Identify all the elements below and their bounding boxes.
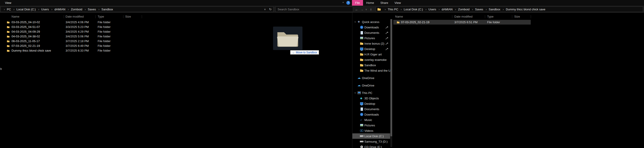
- back-button[interactable]: ←: [354, 7, 360, 11]
- ribbon-tabs: File Home Share View: [352, 0, 404, 6]
- file-type: File folder: [98, 39, 110, 43]
- breadcrumb-segment[interactable]: Local Disk (C:): [399, 8, 424, 11]
- file-row[interactable]: 03-03-2025_04-10-02 3/4/2025 4:06 PM Fil…: [0, 20, 352, 25]
- sidebar-item[interactable]: ∨ Music: [352, 117, 390, 123]
- breadcrumb-segment[interactable]: Users: [424, 8, 436, 11]
- column-header-type[interactable]: Type: [98, 15, 104, 18]
- ribbon-tab[interactable]: Share: [377, 0, 392, 6]
- column-divider[interactable]: [123, 15, 124, 18]
- column-header-type[interactable]: Type: [487, 15, 494, 18]
- sidebar-item[interactable]: ∨ Downloads: [352, 112, 390, 117]
- sidebar-item[interactable]: ∨ Desktop: [352, 46, 390, 52]
- sidebar-item[interactable]: ∨ Local Disk (C:): [352, 133, 390, 139]
- left-address-bar[interactable]: PCLocal Disk (C:)UsersdAMIANZomboidSaves…: [0, 6, 274, 12]
- help-icon[interactable]: ?: [346, 1, 350, 5]
- breadcrumb-segment[interactable]: Zomboid: [453, 8, 470, 11]
- sidebar-item[interactable]: ∨ 3D Objects: [352, 95, 390, 101]
- column-header-name[interactable]: Name: [12, 15, 20, 18]
- column-divider[interactable]: [512, 15, 512, 18]
- sidebar-item[interactable]: ∨ Downloads: [352, 25, 390, 30]
- disc-icon: [360, 145, 364, 148]
- breadcrumb-segment[interactable]: PC: [2, 8, 11, 11]
- sidebar-item-label: This PC: [362, 91, 372, 95]
- sidebar-item[interactable]: ∨ Irene bonus (2): [352, 41, 390, 46]
- sidebar-item[interactable]: ∨ OneDrive: [352, 75, 390, 81]
- breadcrumb-segment[interactable]: Saves: [83, 8, 96, 11]
- search-input[interactable]: Search Sandbox: [275, 6, 353, 12]
- download-icon: [360, 25, 364, 29]
- pc-icon: [358, 91, 361, 95]
- sidebar-item[interactable]: ∨ Samsung_T3 (D:): [352, 139, 390, 144]
- sidebar-scrollbar[interactable]: [390, 19, 392, 147]
- sidebar-item[interactable]: ∨ Documents: [352, 30, 390, 35]
- sidebar-item-label: 3D Objects: [364, 97, 379, 100]
- star-icon: [358, 20, 361, 24]
- sidebar-item[interactable]: ∨ Pictures: [352, 35, 390, 41]
- left-breadcrumb: PCLocal Disk (C:)UsersdAMIANZomboidSaves…: [1, 7, 262, 12]
- column-header-size[interactable]: Size: [514, 15, 520, 18]
- move-arrow-icon: →: [292, 51, 294, 54]
- sidebar-item[interactable]: ∨ This PC: [352, 90, 390, 95]
- breadcrumb-segment[interactable]: Saves: [470, 8, 484, 11]
- breadcrumb-segment[interactable]: Sandbox: [484, 8, 501, 11]
- sidebar-item-label: Documents: [364, 107, 379, 111]
- history-dropdown-icon[interactable]: ∨: [364, 8, 368, 10]
- column-header-name[interactable]: Name: [395, 15, 403, 18]
- file-row[interactable]: 07-03-2025_02-21-19 3/7/2025 6:51 PM Fil…: [393, 20, 531, 25]
- column-divider[interactable]: [142, 15, 142, 18]
- forward-button[interactable]: →: [360, 7, 364, 11]
- folder-icon: [360, 58, 364, 62]
- column-header-date[interactable]: Date modified: [454, 15, 472, 18]
- sidebar-item[interactable]: ∨ Videos: [352, 128, 390, 133]
- ribbon-tab[interactable]: Home: [363, 0, 377, 6]
- file-date-modified: 3/7/2025 6:33 PM: [66, 49, 89, 52]
- sidebar-item-label: Music: [364, 118, 372, 122]
- breadcrumb-segment[interactable]: Sandbox: [96, 8, 114, 11]
- sidebar-item[interactable]: ∨ OneDrive: [352, 83, 390, 88]
- sidebar-item[interactable]: ∨ Desktop: [352, 101, 390, 106]
- scrollbar-thumb[interactable]: [390, 19, 392, 136]
- breadcrumb-segment[interactable]: This PC: [383, 8, 399, 11]
- file-date-modified: 3/7/2025 6:51 PM: [454, 20, 478, 24]
- sidebar-item[interactable]: ∨ Documents: [352, 106, 390, 112]
- ribbon-collapse-icon[interactable]: ^: [340, 1, 346, 4]
- breadcrumb-segment[interactable]: Dummy thicc blond chick save: [501, 8, 546, 11]
- breadcrumb-segment[interactable]: dAMIAN: [436, 8, 453, 11]
- ribbon-tab[interactable]: View: [391, 0, 404, 6]
- sidebar-item-label: Irene bonus (2): [364, 42, 384, 45]
- column-divider[interactable]: [452, 15, 452, 18]
- column-header-date[interactable]: Date modified: [66, 15, 84, 18]
- right-file-list: 07-03-2025_02-21-19 3/7/2025 6:51 PM Fil…: [392, 20, 644, 25]
- sidebar-item[interactable]: ∨ overlay examoke: [352, 57, 390, 62]
- column-divider[interactable]: [64, 15, 64, 18]
- ribbon-tab[interactable]: File: [352, 0, 363, 6]
- chevron-down-icon[interactable]: ∨: [354, 92, 356, 94]
- sidebar-item[interactable]: ∨ Quick access: [352, 19, 390, 25]
- column-divider[interactable]: [485, 15, 485, 18]
- sidebar-item[interactable]: ∨ Pictures: [352, 123, 390, 128]
- chevron-down-icon[interactable]: ∨: [354, 21, 356, 23]
- right-address-bar[interactable]: This PCLocal Disk (C:)UsersdAMIANZomboid…: [376, 6, 643, 12]
- column-header-size[interactable]: Size: [125, 15, 131, 18]
- breadcrumb-segment[interactable]: dAMIAN: [49, 8, 66, 11]
- address-dropdown-icon[interactable]: ∨: [262, 8, 268, 11]
- file-type: File folder: [98, 25, 110, 29]
- up-button[interactable]: ↑: [368, 7, 374, 11]
- file-type: File folder: [98, 20, 110, 24]
- sidebar-item[interactable]: ∨ H.R Giger art: [352, 52, 390, 57]
- breadcrumb-segment[interactable]: Zomboid: [66, 8, 83, 11]
- file-name: 03-03-2025_04-51-07: [12, 25, 40, 29]
- breadcrumb-segment[interactable]: Users: [36, 8, 49, 11]
- search-placeholder: Search Sandbox: [278, 8, 299, 11]
- refresh-icon[interactable]: ↻: [268, 7, 273, 11]
- file-date-modified: 3/3/2025 5:23 PM: [66, 25, 89, 29]
- pin-icon: [386, 26, 388, 29]
- sidebar-item[interactable]: ∨ CD Drive (E:): [352, 144, 390, 148]
- sidebar-item[interactable]: ∨ Sandbox: [352, 62, 390, 68]
- stray-text: b: [0, 67, 2, 71]
- sidebar-item[interactable]: ∨ The Wind and the Umb: [352, 68, 390, 73]
- left-window-view-tab[interactable]: View: [5, 1, 11, 4]
- sidebar-item-label: The Wind and the Umb: [364, 69, 390, 72]
- breadcrumb-segment[interactable]: Local Disk (C:): [11, 8, 36, 11]
- column-divider[interactable]: [531, 15, 531, 18]
